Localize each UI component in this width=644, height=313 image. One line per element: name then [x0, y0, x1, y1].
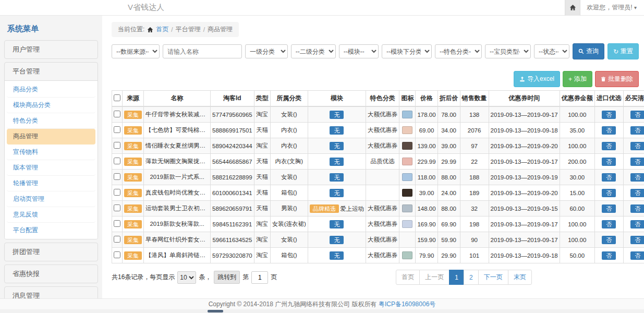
row-checkbox[interactable]	[114, 158, 120, 164]
import-pick-cell: 否	[594, 216, 623, 232]
row-checkbox[interactable]	[114, 126, 120, 133]
row-checkbox[interactable]	[114, 236, 120, 243]
taoke-id: 588869917501	[211, 123, 254, 138]
sidebar-subitem-7[interactable]: 启动页管理	[7, 191, 95, 207]
row-checkbox[interactable]	[114, 204, 120, 211]
row-checkbox[interactable]	[114, 173, 120, 180]
status-select[interactable]: --状态--	[534, 44, 569, 58]
page-button-5[interactable]: 末页	[508, 270, 532, 285]
home-button[interactable]	[565, 0, 580, 16]
name-input[interactable]	[163, 44, 242, 58]
feature-category: 大额优惠券	[366, 216, 399, 232]
page-button-0[interactable]: 首页	[396, 270, 420, 285]
select-all-checkbox[interactable]	[114, 94, 120, 101]
page-button-3[interactable]: 2	[464, 270, 479, 285]
sidebar-item-2[interactable]: 拼团管理	[5, 243, 98, 261]
must-buy-badge[interactable]: 否	[630, 220, 644, 228]
sidebar-subitem-9[interactable]: 平台配置	[7, 223, 95, 238]
jump-page-input[interactable]	[251, 271, 268, 284]
footer: Copyright © 2014-2018 广州九驰网络科技有限公司 版权所有 …	[0, 298, 644, 309]
feature-category	[366, 170, 399, 185]
user-menu[interactable]: 欢迎您，管理员! ▾	[587, 3, 637, 12]
level1-category-select[interactable]: 一级分类	[245, 44, 288, 58]
must-buy-badge[interactable]: 否	[630, 204, 644, 213]
import-pick-badge[interactable]: 否	[602, 189, 616, 197]
sidebar-subitem-4[interactable]: 宣传物料	[7, 145, 95, 160]
coupon-time: 2019-09-13—2019-09-15	[489, 201, 560, 216]
jump-prefix: 第	[242, 273, 249, 282]
scrollbar-thumb[interactable]	[208, 310, 223, 312]
row-checkbox[interactable]	[114, 220, 120, 227]
toolbar: 导入excel + 添加 批量删除	[112, 71, 639, 87]
sidebar-subitem-6[interactable]: 轮播管理	[7, 176, 95, 191]
must-buy-badge[interactable]: 否	[630, 126, 644, 135]
coupon-time: 2019-09-13—2019-09-17	[489, 106, 560, 123]
must-buy-badge[interactable]: 否	[630, 189, 644, 197]
product-name: 2019新款女秋薄款...	[144, 216, 211, 232]
product-type: 天猫	[254, 201, 270, 216]
module-badge: 无	[330, 236, 344, 244]
row-checkbox[interactable]	[114, 189, 120, 196]
page-button-4[interactable]: 下一页	[478, 270, 508, 285]
import-pick-badge[interactable]: 否	[602, 251, 616, 260]
import-pick-badge[interactable]: 否	[602, 220, 616, 228]
must-buy-badge[interactable]: 否	[630, 236, 644, 244]
home-icon	[569, 4, 576, 11]
must-buy-badge[interactable]: 否	[630, 158, 644, 166]
price: 139.00	[416, 138, 438, 154]
must-buy-badge[interactable]: 否	[630, 251, 644, 260]
pagination-summary: 共16条记录，每页显示 10 条， 跳转到 第 页	[112, 271, 277, 284]
row-checkbox-cell	[112, 138, 123, 154]
breadcrumb-home-link[interactable]: 首页	[156, 25, 168, 34]
must-buy-badge[interactable]: 否	[630, 173, 644, 182]
import-pick-badge[interactable]: 否	[602, 126, 616, 135]
import-pick-badge[interactable]: 否	[602, 204, 616, 213]
level2-category-select[interactable]: --二级分类--	[291, 44, 336, 58]
sidebar-item-1[interactable]: 平台管理	[5, 63, 98, 80]
sidebar-subitem-8[interactable]: 意见反馈	[7, 207, 95, 223]
reset-button[interactable]: ↻ 重置	[607, 43, 639, 59]
row-checkbox[interactable]	[114, 142, 120, 149]
column-header-6: 特色分类	[366, 91, 399, 107]
copyright-text: Copyright © 2014-2018 广州九驰网络科技有限公司 版权所有	[209, 300, 377, 309]
module-subcategory-select[interactable]: --模块下分类--	[382, 44, 432, 58]
sidebar-subitem-5[interactable]: 版本管理	[7, 160, 95, 176]
item-type-select[interactable]: --宝贝类型--	[485, 44, 531, 58]
module-select[interactable]: --模块--	[339, 44, 379, 58]
source-badge: 采集	[124, 126, 142, 135]
row-checkbox[interactable]	[114, 111, 120, 117]
feature-category-select[interactable]: --特色分类--	[435, 44, 482, 58]
must-buy-badge[interactable]: 否	[630, 142, 644, 150]
row-checkbox[interactable]	[114, 251, 120, 258]
per-page-select[interactable]: 10	[177, 271, 196, 284]
import-pick-cell: 否	[594, 201, 623, 216]
sidebar-title: 系统菜单	[4, 21, 98, 40]
page-button-1[interactable]: 上一页	[419, 270, 449, 285]
sidebar-item-0[interactable]: 用户管理	[5, 41, 98, 58]
source-cell: 采集	[123, 154, 144, 170]
row-checkbox-cell	[112, 123, 123, 138]
import-pick-badge[interactable]: 否	[602, 173, 616, 182]
jump-button[interactable]: 跳转到	[214, 271, 240, 284]
import-pick-badge[interactable]: 否	[602, 111, 616, 119]
icp-link[interactable]: 粤ICP备16098006号	[379, 300, 435, 309]
sidebar-item-3[interactable]: 省惠快报	[5, 265, 98, 283]
sidebar-subitem-0[interactable]: 商品分类	[7, 82, 95, 98]
horizontal-scrollbar[interactable]	[0, 309, 644, 313]
import-pick-badge[interactable]: 否	[602, 158, 616, 166]
icon-cell	[399, 106, 416, 123]
row-checkbox-cell	[112, 106, 123, 123]
search-button[interactable]: 查询	[573, 43, 604, 59]
import-pick-badge[interactable]: 否	[602, 236, 616, 244]
import-pick-badge[interactable]: 否	[602, 142, 616, 150]
import-excel-button[interactable]: 导入excel	[514, 71, 560, 87]
sidebar-subitem-2[interactable]: 特色分类	[7, 113, 95, 129]
page-button-2[interactable]: 1	[449, 270, 464, 285]
add-button[interactable]: + 添加	[563, 71, 592, 87]
data-source-select[interactable]: --数据来源--	[112, 44, 160, 58]
sidebar-subitem-1[interactable]: 模块商品分类	[7, 98, 95, 113]
batch-delete-button[interactable]: 批量删除	[595, 71, 639, 87]
sidebar-subitem-3[interactable]: 商品管理	[7, 129, 95, 145]
batch-delete-label: 批量删除	[608, 75, 633, 83]
must-buy-badge[interactable]: 否	[630, 111, 644, 119]
